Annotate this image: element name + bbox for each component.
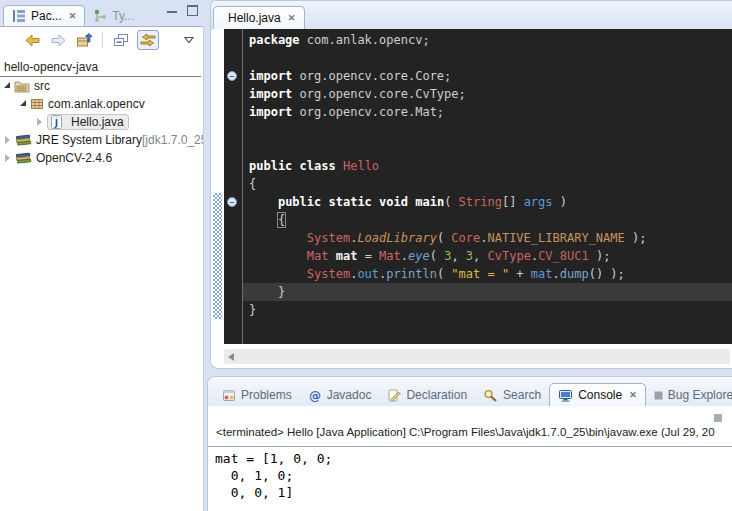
code-line-12: System.LoadLibrary( Core.NATIVE_LIBRARY_… xyxy=(249,229,732,247)
tree-item-label: JRE System Library xyxy=(36,133,142,147)
folding-gutter[interactable] xyxy=(224,29,242,344)
svg-text:@: @ xyxy=(309,389,321,402)
code-line-2 xyxy=(249,49,732,67)
tree-item-label: src xyxy=(34,79,50,93)
go-up-button[interactable] xyxy=(74,31,94,49)
tree-item-hello-java[interactable]: JHello.java xyxy=(0,113,203,131)
collapsed-arrow-icon[interactable] xyxy=(5,136,10,144)
bottom-tab-label: Declaration xyxy=(406,388,467,402)
tab-console[interactable]: Console✕ xyxy=(549,383,646,406)
tree-item-src[interactable]: src xyxy=(0,77,203,95)
back-button[interactable] xyxy=(22,31,42,49)
search-icon xyxy=(483,389,498,402)
bottom-tab-label: Javadoc xyxy=(327,388,372,402)
code-line-8: public class Hello xyxy=(249,157,732,175)
bug-plugin-icon xyxy=(654,391,663,400)
link-with-editor-icon xyxy=(140,33,156,47)
close-icon[interactable]: ✕ xyxy=(629,390,637,400)
type-hierarchy-icon xyxy=(93,9,107,23)
tree-item-jre-system-library[interactable]: JRE System Library [jdk1.7.0_25] xyxy=(0,131,203,149)
tab-bug-explorer[interactable]: Bug Explorer xyxy=(646,384,732,406)
eclipse-window: { "sidebar": { "tabs": [ {"label": "Pac.… xyxy=(0,0,732,511)
close-icon[interactable]: ✕ xyxy=(69,11,77,21)
annotation-ruler[interactable] xyxy=(212,29,224,344)
tab-javadoc[interactable]: @Javadoc xyxy=(300,384,380,406)
tree-item-label: OpenCV-2.4.6 xyxy=(36,151,112,165)
forward-icon xyxy=(50,33,67,48)
collapse-all-icon xyxy=(113,33,129,47)
code-line-13: Mat mat = Mat.eye( 3, 3, CvType.CV_8UC1 … xyxy=(249,247,732,265)
console-separator xyxy=(208,446,732,447)
code-line-7 xyxy=(249,139,732,157)
code-line-5: import org.opencv.core.Mat; xyxy=(249,103,732,121)
tree-item-com-anlak-opencv[interactable]: com.anlak.opencv xyxy=(0,95,203,113)
tab-search[interactable]: Search xyxy=(475,384,549,406)
sidebar-tab-label: Pac... xyxy=(31,9,62,23)
declaration-icon xyxy=(387,389,401,402)
selected-item-highlight: JHello.java xyxy=(47,114,129,130)
tree-item-opencv-2-4-6[interactable]: OpenCV-2.4.6 xyxy=(0,149,203,167)
code-area[interactable]: package com.anlak.opencv;import org.open… xyxy=(212,29,732,344)
bottom-tab-label: Bug Explorer xyxy=(668,388,732,402)
project-tree: hello-opencv-java srccom.anlak.opencvJHe… xyxy=(0,53,203,167)
view-window-buttons xyxy=(167,5,198,16)
collapsed-arrow-icon[interactable] xyxy=(5,154,10,162)
maximize-view-icon[interactable] xyxy=(187,5,198,16)
link-with-editor-button[interactable] xyxy=(137,30,159,50)
code-line-4: import org.opencv.core.CvType; xyxy=(249,85,732,103)
console-output[interactable]: mat = [1, 0, 0; 0, 1, 0; 0, 0, 1] xyxy=(215,450,332,501)
close-icon[interactable]: ✕ xyxy=(288,13,296,23)
code-line-10: public static void main( String[] args ) xyxy=(249,193,732,211)
forward-button[interactable] xyxy=(48,31,68,49)
editor-tab-strip: Hello.java ✕ xyxy=(211,1,732,30)
javadoc-icon: @ xyxy=(308,389,322,402)
collapse-all-button[interactable] xyxy=(111,31,131,49)
package-folder-icon xyxy=(14,80,30,93)
sidebar-tab-label: Ty... xyxy=(112,9,134,23)
tab-hello-java[interactable]: Hello.java ✕ xyxy=(213,6,305,29)
code-line-9: { xyxy=(249,175,732,193)
scroll-left-arrow-icon[interactable] xyxy=(228,353,234,361)
tab-problems[interactable]: Problems xyxy=(214,384,300,406)
console-toolbar-icon[interactable] xyxy=(714,414,722,422)
view-menu-icon xyxy=(184,36,194,44)
package-explorer-toolbar xyxy=(0,27,203,53)
package-explorer-icon xyxy=(12,9,26,23)
code-line-3: import org.opencv.core.Core; xyxy=(249,67,732,85)
code-line-16: } xyxy=(249,301,732,319)
fold-collapse-icon[interactable] xyxy=(227,197,237,207)
tree-item-label: Hello.java xyxy=(71,115,124,129)
bottom-tab-label: Search xyxy=(503,388,541,402)
java-editor-card: Hello.java ✕ package com.anlak.opencv;im… xyxy=(210,0,732,369)
problems-icon xyxy=(222,389,236,402)
editor-tab-label: Hello.java xyxy=(228,11,281,25)
tree-rows: srccom.anlak.opencvJHello.javaJRE System… xyxy=(0,77,203,167)
horizontal-scrollbar[interactable] xyxy=(224,349,730,364)
code-line-1: package com.anlak.opencv; xyxy=(249,31,732,49)
tree-item-label: com.anlak.opencv xyxy=(48,97,145,111)
code-line-6 xyxy=(249,121,732,139)
library-icon xyxy=(15,134,32,147)
console-view-card: Problems@JavadocDeclarationSearchConsole… xyxy=(207,376,732,511)
source-code[interactable]: package com.anlak.opencv;import org.open… xyxy=(243,29,732,319)
tree-item-project[interactable]: hello-opencv-java xyxy=(0,59,203,76)
bottom-tab-label: Problems xyxy=(241,388,292,402)
code-editor[interactable]: package com.anlak.opencv;import org.open… xyxy=(243,29,732,344)
svg-text:J: J xyxy=(54,118,58,128)
toolbar-separator xyxy=(102,33,103,47)
fold-collapse-icon[interactable] xyxy=(227,71,237,81)
sidebar-tab-pac[interactable]: Pac...✕ xyxy=(3,5,85,26)
java-file-icon: J xyxy=(50,115,63,129)
expanded-arrow-icon[interactable] xyxy=(4,82,10,88)
view-menu-button[interactable] xyxy=(179,31,199,49)
bottom-tab-label: Console xyxy=(578,388,622,402)
console-icon xyxy=(558,389,573,402)
minimize-view-icon[interactable] xyxy=(167,8,177,13)
code-line-14: System.out.println( "mat = " + mat.dump(… xyxy=(249,265,732,283)
tree-item-detail: [jdk1.7.0_25] xyxy=(142,133,203,147)
tab-declaration[interactable]: Declaration xyxy=(379,384,475,406)
expanded-arrow-icon[interactable] xyxy=(20,100,26,106)
sidebar-tab-ty[interactable]: Ty... xyxy=(85,6,142,26)
collapsed-arrow-icon[interactable] xyxy=(37,118,42,126)
code-line-11: { xyxy=(249,211,732,229)
